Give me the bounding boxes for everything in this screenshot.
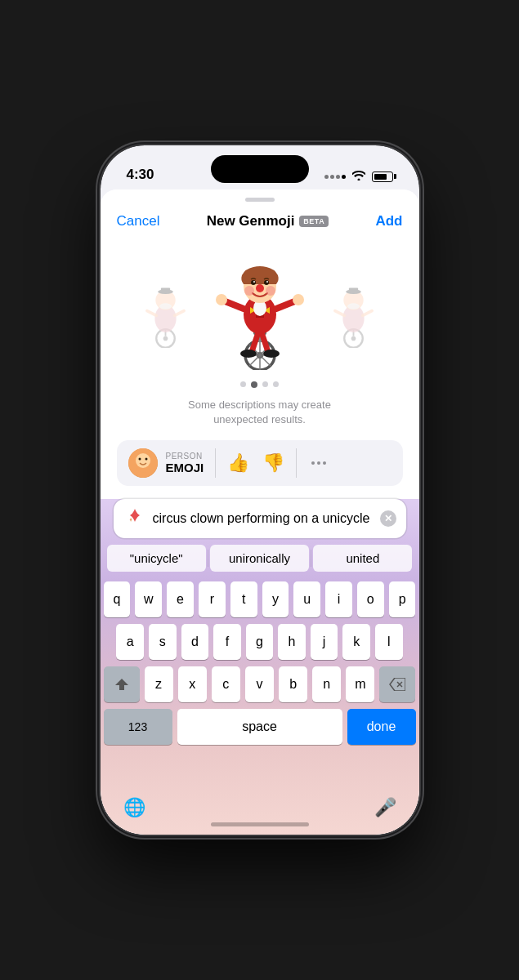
key-g[interactable]: g: [246, 624, 274, 660]
key-s[interactable]: s: [149, 624, 177, 660]
svg-line-8: [147, 310, 156, 315]
warning-text: Some descriptions may createunexpected r…: [101, 398, 419, 440]
autocomplete-separator-1: [208, 550, 208, 567]
emoji-carousel: [101, 239, 419, 378]
svg-point-1: [163, 336, 168, 341]
key-w[interactable]: w: [135, 581, 162, 617]
emoji-side-left: [125, 272, 207, 354]
emoji-side-right: [313, 272, 395, 354]
key-r[interactable]: r: [199, 581, 226, 617]
key-o[interactable]: o: [357, 581, 384, 617]
key-u[interactable]: u: [293, 581, 320, 617]
page-title: New Genmoji: [207, 213, 295, 229]
thumbs-area: 👍 👎: [227, 452, 284, 474]
key-a[interactable]: a: [116, 624, 144, 660]
autocomplete-separator-2: [311, 550, 311, 567]
add-button[interactable]: Add: [375, 213, 402, 229]
key-v[interactable]: v: [245, 666, 274, 702]
emoji-type-bar[interactable]: PERSON EMOJI 👍 👎: [117, 440, 403, 486]
vertical-divider-2: [296, 448, 297, 478]
key-x[interactable]: x: [178, 666, 207, 702]
bottom-bar: 🌐 🎤: [101, 791, 419, 835]
svg-point-39: [351, 336, 356, 341]
globe-button[interactable]: 🌐: [123, 797, 145, 818]
emoji-type-name: EMOJI: [166, 461, 204, 474]
svg-line-47: [363, 310, 372, 315]
signal-icon: [324, 175, 346, 179]
svg-point-21: [263, 350, 280, 358]
svg-line-9: [175, 310, 184, 315]
key-f[interactable]: f: [213, 624, 241, 660]
keyboard-row-2: a s d f g h j k l: [104, 624, 416, 660]
key-t[interactable]: t: [230, 581, 257, 617]
key-d[interactable]: d: [181, 624, 209, 660]
wifi-icon: [352, 170, 365, 183]
key-i[interactable]: i: [325, 581, 352, 617]
modal-panel: Cancel New Genmoji BETA Add: [101, 189, 419, 835]
svg-point-20: [240, 350, 257, 358]
svg-rect-44: [349, 287, 358, 293]
vertical-divider: [215, 448, 216, 478]
svg-point-33: [266, 286, 275, 296]
key-h[interactable]: h: [278, 624, 306, 660]
svg-point-37: [293, 294, 304, 305]
key-y[interactable]: y: [262, 581, 289, 617]
svg-point-36: [216, 294, 227, 305]
carousel-dot-4[interactable]: [273, 381, 279, 387]
space-key[interactable]: space: [177, 709, 342, 745]
key-j[interactable]: j: [311, 624, 338, 660]
clear-button[interactable]: ✕: [380, 510, 396, 527]
svg-point-28: [251, 280, 256, 285]
home-indicator: [211, 822, 309, 826]
search-bar[interactable]: circus clown performing on a unicycle ✕: [114, 499, 406, 538]
key-k[interactable]: k: [342, 624, 370, 660]
delete-key[interactable]: [379, 666, 415, 702]
done-key[interactable]: done: [347, 709, 416, 745]
search-text: circus clown performing on a unicycle: [153, 511, 374, 526]
shift-key[interactable]: [104, 666, 140, 702]
cancel-button[interactable]: Cancel: [117, 213, 160, 229]
key-m[interactable]: m: [346, 666, 374, 702]
svg-point-29: [264, 280, 269, 285]
status-icons: [324, 170, 396, 183]
emoji-type-label: PERSON EMOJI: [166, 452, 204, 474]
svg-point-49: [136, 453, 150, 468]
autocomplete-item-3[interactable]: united: [313, 545, 412, 572]
avatar: [128, 448, 158, 478]
carousel-dot-2[interactable]: [251, 381, 257, 388]
genmoji-icon: [123, 507, 146, 530]
carousel-dot-3[interactable]: [262, 381, 268, 387]
key-p[interactable]: p: [389, 581, 416, 617]
carousel-dots: [101, 378, 419, 398]
microphone-button[interactable]: 🎤: [374, 797, 396, 818]
key-q[interactable]: q: [104, 581, 131, 617]
emoji-type-sub: PERSON: [166, 452, 204, 461]
svg-rect-6: [161, 287, 170, 293]
svg-point-50: [138, 458, 141, 461]
key-z[interactable]: z: [145, 666, 173, 702]
svg-point-7: [159, 303, 172, 310]
autocomplete-item-1[interactable]: "unicycle": [107, 545, 206, 572]
modal-header: Cancel New Genmoji BETA Add: [101, 207, 419, 239]
key-b[interactable]: b: [279, 666, 307, 702]
svg-point-30: [253, 281, 255, 283]
keyboard-row-3: z x c v b n m: [104, 666, 416, 702]
thumbs-down-button[interactable]: 👎: [262, 452, 284, 474]
svg-line-18: [252, 332, 258, 352]
key-n[interactable]: n: [312, 666, 341, 702]
autocomplete-bar: "unicycle" unironically united: [101, 545, 419, 578]
carousel-dot-1[interactable]: [240, 381, 246, 387]
svg-point-45: [347, 303, 360, 310]
key-c[interactable]: c: [212, 666, 240, 702]
thumbs-up-button[interactable]: 👍: [227, 452, 249, 474]
bottom-section: circus clown performing on a unicycle ✕ …: [101, 499, 419, 835]
key-e[interactable]: e: [167, 581, 194, 617]
keyboard-row-1: q w e r t y u i o p: [104, 581, 416, 617]
more-button[interactable]: [311, 461, 326, 465]
svg-point-51: [145, 458, 147, 461]
modal-handle: [245, 198, 275, 202]
autocomplete-item-2[interactable]: unironically: [210, 545, 309, 572]
numbers-key[interactable]: 123: [104, 709, 172, 745]
key-l[interactable]: l: [375, 624, 403, 660]
dynamic-island: [211, 155, 309, 183]
